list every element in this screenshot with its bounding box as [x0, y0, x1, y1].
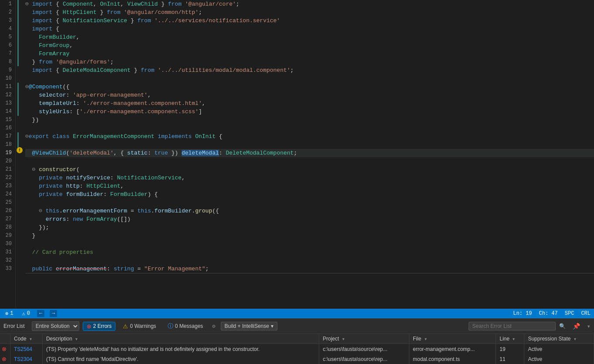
warning-count[interactable]: ⚠ 0: [20, 310, 31, 317]
code-line-21: ⊖ constructor(: [25, 165, 594, 174]
row-project-1: c:\users\fausta\source\rep...: [319, 344, 409, 354]
code-line-33: public errorManagement: string = "Error …: [25, 265, 594, 273]
row-code-1: TS2564: [10, 344, 43, 354]
messages-count-label: 0 Messages: [175, 323, 203, 329]
warnings-filter-button[interactable]: ⚠ 0 Warnings: [119, 322, 160, 331]
pin-panel-icon[interactable]: 📌: [573, 323, 580, 330]
scope-dropdown[interactable]: Entire Solution: [32, 321, 79, 331]
row-icon-2: ⊗: [0, 354, 10, 364]
error-count[interactable]: ⊗ 1: [3, 310, 15, 317]
error-filter-icon: ⊗: [87, 323, 91, 330]
col-suppression-header[interactable]: Suppression State ▾: [524, 334, 594, 344]
expand-panel-icon[interactable]: ▾: [587, 323, 591, 330]
error-code-link-2[interactable]: TS2304: [14, 356, 32, 362]
error-status-icon: ⊗: [5, 310, 8, 317]
code-line-27: errors: new FormArray([]): [25, 215, 594, 223]
code-content[interactable]: ⊖ import { Component, OnInit, ViewChild …: [24, 0, 594, 309]
row-description-2: (TS) Cannot find name 'ModalDirective'.: [42, 354, 319, 364]
error-row-icon-2: ⊗: [2, 356, 7, 362]
spaces-indicator: SPC: [565, 310, 574, 317]
code-line-23: private http: HttpClient,: [25, 182, 594, 190]
row-suppression-2: Active: [524, 354, 594, 364]
warning-filter-icon: ⚠: [123, 323, 128, 330]
row-file-2: modal.component.ts: [409, 354, 496, 364]
error-row-icon: ⊗: [2, 346, 7, 352]
error-status-count: 1: [10, 310, 13, 317]
filter-icon: ⚙: [210, 323, 217, 330]
col-code-header[interactable]: Code ▾: [10, 334, 43, 344]
nav-forward-button[interactable]: →: [50, 310, 57, 317]
dropdown-arrow-icon: ▾: [271, 323, 273, 329]
info-filter-icon: ⓘ: [168, 322, 173, 330]
row-project-2: c:\users\fausta\source\rep...: [319, 354, 409, 364]
code-line-14: styleUrls: ['./error-management.componen…: [25, 108, 594, 116]
errors-filter-button[interactable]: ⊗ 2 Errors: [83, 322, 116, 331]
error-code-link-1[interactable]: TS2564: [14, 346, 32, 352]
panel-title: Error List: [3, 323, 25, 329]
code-line-8: } from '@angular/forms';: [25, 58, 594, 66]
messages-filter-button[interactable]: ⓘ 0 Messages: [164, 321, 207, 331]
code-line-31: // Card properties: [25, 248, 594, 256]
row-line-1: 19: [496, 344, 524, 354]
code-editor: 1 2 3 4 5 6 7 8 9 10 11 12 13 14 15 16 1…: [0, 0, 594, 309]
code-line-10: [25, 74, 594, 83]
code-line-3: import { NotificationService } from '../…: [25, 17, 594, 25]
col-project-header[interactable]: Project ▾: [319, 334, 409, 344]
build-intellisense-dropdown[interactable]: Build + IntelliSense ▾: [221, 322, 277, 330]
code-line-24: private formBuilder: FormBuilder) {: [25, 190, 594, 199]
code-line-1: ⊖ import { Component, OnInit, ViewChild …: [25, 0, 594, 8]
search-error-input[interactable]: [469, 322, 556, 330]
code-line-29: }: [25, 232, 594, 240]
code-line-2: import { HttpClient } from '@angular/com…: [25, 8, 594, 17]
code-line-9: import { DeleteModalComponent } from '..…: [25, 66, 594, 74]
row-suppression-1: Active: [524, 344, 594, 354]
status-bar: ⊗ 1 ⚠ 0 ← → Ln: 19 Ch: 47 SPC CRL: [0, 309, 594, 318]
code-line-16: [25, 124, 594, 132]
row-file-1: error-management.comp...: [409, 344, 496, 354]
code-line-4: import {: [25, 25, 594, 33]
char-position: Ch: 47: [539, 310, 558, 317]
status-left: ⊗ 1 ⚠ 0 ← →: [3, 310, 57, 317]
code-line-11: ⊖@Component({: [25, 83, 594, 91]
code-line-13: templateUrl: './error-management.compone…: [25, 99, 594, 108]
code-line-25: [25, 199, 594, 207]
code-line-6: FormGroup,: [25, 41, 594, 50]
line-ending: CRL: [581, 310, 591, 317]
table-row[interactable]: ⊗ TS2304 (TS) Cannot find name 'ModalDir…: [0, 354, 594, 364]
code-line-26: ⊖ this.errorManagementForm = this.formBu…: [25, 207, 594, 215]
code-line-32: [25, 256, 594, 265]
warnings-count-label: 0 Warnings: [130, 323, 156, 329]
row-description-1: (TS) Property 'deleteModal' has no initi…: [42, 344, 319, 354]
line-position: Ln: 19: [513, 310, 532, 317]
table-header-row: Code ▾ Description ▾ Project ▾ File ▾ Li…: [0, 334, 594, 344]
code-line-5: FormBuilder,: [25, 33, 594, 41]
warning-status-icon: ⚠: [22, 310, 25, 317]
nav-back-button[interactable]: ←: [37, 310, 44, 317]
line-numbers: 1 2 3 4 5 6 7 8 9 10 11 12 13 14 15 16 1…: [0, 0, 16, 309]
table-row[interactable]: ⊗ TS2564 (TS) Property 'deleteModal' has…: [0, 344, 594, 354]
code-line-15: }): [25, 116, 594, 124]
col-description-header[interactable]: Description ▾: [42, 334, 319, 344]
code-line-7: FormArray: [25, 50, 594, 58]
code-gutter: !: [16, 0, 24, 309]
code-line-12: selector: 'app-error-management',: [25, 91, 594, 99]
errors-count-label: 2 Errors: [93, 323, 112, 329]
code-line-22: private notifyService: NotificationServi…: [25, 174, 594, 182]
row-line-2: 11: [496, 354, 524, 364]
code-line-28: });: [25, 223, 594, 232]
col-line-header[interactable]: Line ▾: [496, 334, 524, 344]
col-checkbox: [0, 334, 10, 344]
code-line-20: [25, 157, 594, 165]
error-list-panel: Error List Entire Solution ⊗ 2 Errors ⚠ …: [0, 318, 594, 364]
row-icon-1: ⊗: [0, 344, 10, 354]
status-right: Ln: 19 Ch: 47 SPC CRL: [513, 310, 591, 317]
col-file-header[interactable]: File ▾: [409, 334, 496, 344]
error-table: Code ▾ Description ▾ Project ▾ File ▾ Li…: [0, 334, 594, 364]
code-line-17: ⊖export class ErrorManagementComponent i…: [25, 132, 594, 141]
code-line-18: [25, 141, 594, 149]
row-code-2: TS2304: [10, 354, 43, 364]
error-panel-header: Error List Entire Solution ⊗ 2 Errors ⚠ …: [0, 319, 594, 334]
code-line-30: [25, 240, 594, 248]
build-label: Build + IntelliSense: [225, 323, 269, 329]
code-line-19: @ViewChild('deleteModal', { static: true…: [25, 149, 594, 157]
